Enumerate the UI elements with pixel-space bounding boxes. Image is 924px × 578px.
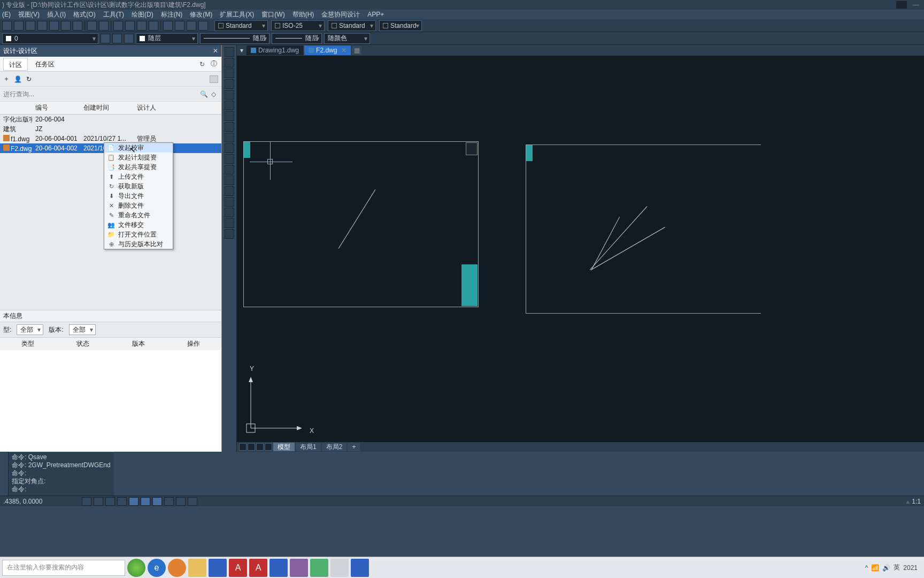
search-input[interactable] (3, 90, 199, 98)
snap-osnap-icon[interactable] (117, 497, 127, 506)
filter-type-combo[interactable]: 全部▾ (17, 324, 43, 335)
context-menu-item[interactable]: 📄发起校审 (104, 143, 173, 153)
menu-item[interactable]: 修改(M) (190, 10, 212, 19)
snap-lwt-icon[interactable] (152, 497, 162, 506)
vcol-version[interactable]: 版本 (111, 339, 166, 348)
dwg-tab[interactable]: F2.dwg✕ (304, 45, 351, 55)
tray-date[interactable]: 2021 (903, 564, 918, 572)
menu-item[interactable]: 工具(T) (103, 10, 124, 19)
table-row[interactable]: 字化出版项目20-06-004 (0, 115, 221, 124)
col-code[interactable]: 编号 (32, 103, 80, 112)
taskbar-firefox-icon[interactable] (168, 559, 186, 577)
taskbar-app4-icon[interactable] (270, 559, 288, 577)
vcol-type[interactable]: 类型 (0, 339, 56, 348)
draw-spline-icon[interactable] (225, 69, 234, 78)
menu-item[interactable]: 标注(N) (161, 10, 183, 19)
draw-point-icon[interactable] (225, 165, 234, 174)
draw-ellipse-icon[interactable] (225, 111, 234, 121)
draw-table-icon[interactable] (225, 176, 234, 185)
style-combo[interactable]: Standard▾ (379, 20, 422, 31)
tool-undo-icon[interactable] (87, 21, 97, 31)
tool-new-icon[interactable] (2, 21, 12, 31)
taskbar-app7-icon[interactable] (351, 559, 369, 577)
taskbar-ie-icon[interactable]: e (148, 559, 166, 577)
table-row[interactable]: 建筑JZ (0, 124, 221, 134)
tool-save-icon[interactable] (26, 21, 35, 31)
filter-version-combo[interactable]: 全部▾ (69, 324, 96, 335)
draw-cloud-icon[interactable] (225, 122, 234, 132)
tool-match-icon[interactable] (73, 21, 82, 31)
context-menu-item[interactable]: ↻获取新版 (104, 181, 173, 191)
menu-item[interactable]: APP+ (367, 11, 384, 18)
draw-arc-icon[interactable] (225, 101, 234, 110)
context-menu-item[interactable]: 📋发起计划提资 (104, 153, 173, 162)
follow-combo-2[interactable]: 随层▾ (200, 33, 270, 44)
context-menu-item[interactable]: ⊕与历史版本比对 (104, 239, 173, 249)
taskbar-app6-icon[interactable] (330, 559, 349, 577)
tray-sound-icon[interactable]: 🔊 (882, 564, 890, 572)
taskbar-browser-icon[interactable] (127, 559, 145, 577)
tool-zoom-icon[interactable] (125, 21, 135, 31)
menu-item[interactable]: 金慧协同设计 (321, 10, 360, 19)
context-menu-item[interactable]: 📁打开文件位置 (104, 230, 173, 239)
layout-prev-icon[interactable] (248, 443, 255, 451)
draw-ring-icon[interactable] (225, 133, 234, 142)
context-menu-item[interactable]: ✎重命名文件 (104, 210, 173, 220)
taskbar-app2-icon[interactable]: A (229, 559, 247, 577)
tool-zoomext-icon[interactable] (149, 21, 158, 31)
layer-tool3-icon[interactable] (124, 34, 134, 43)
tray-wifi-icon[interactable]: 📶 (871, 564, 879, 572)
tool-grid1-icon[interactable] (163, 21, 173, 31)
tool-grid3-icon[interactable] (187, 21, 196, 31)
col-designer[interactable]: 设计人 (134, 103, 176, 112)
add-icon[interactable]: ＋ (3, 74, 10, 83)
vcol-action[interactable]: 操作 (166, 339, 222, 348)
bycolor-combo[interactable]: 随颜色▾ (324, 33, 370, 44)
tool-cut-icon[interactable] (37, 21, 47, 31)
tray-up-icon[interactable]: ^ (865, 564, 868, 572)
command-handle[interactable] (0, 452, 9, 496)
snap-otrack-icon[interactable] (129, 497, 138, 506)
snap-model-icon[interactable] (164, 497, 174, 506)
drawing-canvas[interactable]: Y X (237, 56, 924, 442)
draw-circle-icon[interactable] (225, 90, 234, 100)
taskbar-explorer-icon[interactable] (188, 559, 206, 577)
snap-polar-icon[interactable] (105, 497, 115, 506)
info-icon[interactable]: ⓘ (210, 60, 218, 69)
context-menu-item[interactable]: ⬆上传文件 (104, 172, 173, 181)
snap-extra1-icon[interactable] (176, 497, 186, 506)
vcol-status[interactable]: 状态 (56, 339, 111, 348)
follow-combo-3[interactable]: 随层▾ (272, 33, 322, 44)
tab-task-area[interactable]: 任务区 (30, 58, 60, 71)
tool-open-icon[interactable] (14, 21, 24, 31)
layout-tab[interactable]: + (348, 443, 360, 451)
tool-redo-icon[interactable] (99, 21, 109, 31)
menu-item[interactable]: 窗口(W) (261, 10, 284, 19)
layout-tab[interactable]: 模型 (273, 443, 295, 451)
layout-last-icon[interactable] (265, 443, 272, 451)
windows-search-input[interactable]: 在这里输入你要搜索的内容 (2, 560, 125, 576)
context-menu-item[interactable]: 📑发起共享提资 (104, 162, 173, 172)
layer-combo[interactable]: 0 ▾ (2, 33, 98, 44)
draw-block-icon[interactable] (225, 186, 234, 196)
menu-item[interactable]: 插入(I) (47, 10, 66, 19)
tool-copy-icon[interactable] (49, 21, 59, 31)
panel-close-button[interactable]: ✕ (213, 47, 218, 55)
layer-tool1-icon[interactable] (101, 34, 110, 43)
draw-polygon-icon[interactable] (225, 143, 234, 153)
user-icon[interactable]: 👤 (14, 75, 22, 83)
refresh-icon[interactable]: ↻ (198, 60, 206, 69)
close-icon[interactable]: ✕ (341, 47, 346, 54)
draw-boundary-icon[interactable] (225, 218, 234, 228)
layout-tab[interactable]: 布局1 (296, 443, 321, 451)
taskbar-app5-icon[interactable] (290, 559, 308, 577)
snap-extra2-icon[interactable] (188, 497, 197, 506)
tool-paste-icon[interactable] (61, 21, 71, 31)
draw-rect-icon[interactable] (225, 79, 234, 89)
style-combo[interactable]: Standard▾ (214, 20, 268, 31)
snap-grid-icon[interactable] (82, 497, 91, 506)
context-menu-item[interactable]: ⬇导出文件 (104, 191, 173, 201)
dwg-tab-dropdown[interactable]: ▾ (238, 47, 245, 54)
menu-item[interactable]: 扩展工具(X) (220, 10, 254, 19)
layout-first-icon[interactable] (239, 443, 247, 451)
